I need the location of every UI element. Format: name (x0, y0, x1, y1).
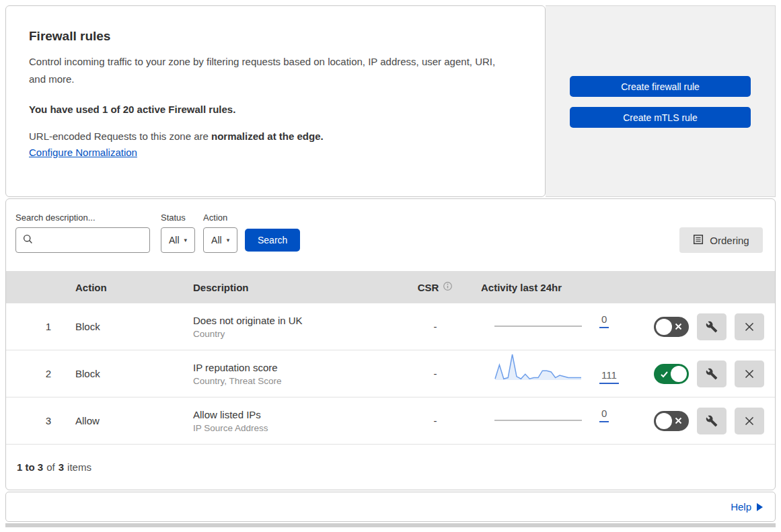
header-description: Description (188, 282, 395, 293)
arrow-right-icon (757, 503, 763, 511)
edit-rule-button[interactable] (697, 360, 727, 387)
edit-rule-button[interactable] (697, 313, 727, 340)
pagination-summary: 1 to 3 of 3 items (6, 445, 775, 490)
chevron-down-icon: ▾ (227, 237, 230, 243)
usage-notice: You have used 1 of 20 active Firewall ru… (29, 104, 518, 115)
table-row: 3 Allow Allow listed IPs IP Source Addre… (6, 397, 775, 445)
delete-rule-button[interactable] (735, 313, 764, 340)
help-link[interactable]: Help (731, 501, 751, 512)
list-page-icon (693, 234, 704, 247)
items-total: 3 (59, 461, 64, 473)
status-select[interactable]: All ▾ (161, 227, 195, 253)
items-range: 1 to 3 (17, 461, 43, 473)
info-icon[interactable] (443, 281, 453, 293)
rules-list-card: Search description... Status All ▾ Actio… (5, 198, 776, 490)
chevron-down-icon: ▾ (184, 237, 188, 243)
filter-bar: Search description... Status All ▾ Actio… (6, 199, 775, 271)
rule-description-cell: Allow listed IPs IP Source Address (188, 409, 395, 433)
rule-action: Block (70, 368, 188, 379)
search-label: Search description... (15, 213, 150, 223)
rule-controls (620, 313, 775, 340)
status-select-value: All (169, 235, 180, 245)
check-icon (660, 370, 669, 379)
x-icon (675, 417, 682, 424)
rule-enabled-toggle[interactable] (654, 411, 689, 431)
toggle-knob (656, 413, 672, 429)
rule-description: IP reputation score (193, 362, 395, 373)
wrench-icon (706, 415, 718, 427)
actions-panel: Create firewall rule Create mTLS rule (546, 5, 776, 197)
activity-count-link[interactable]: 0 (599, 408, 609, 422)
normalization-text: URL-encoded Requests to this zone are (29, 130, 211, 142)
create-firewall-rule-button[interactable]: Create firewall rule (570, 76, 751, 97)
create-mtls-rule-button[interactable]: Create mTLS rule (570, 107, 751, 128)
magnifier-icon (23, 234, 33, 247)
delete-rule-button[interactable] (735, 360, 764, 387)
rule-controls (620, 360, 775, 387)
rule-csr-value: - (395, 415, 476, 426)
items-text: items (67, 461, 91, 473)
rule-description-cell: Does not originate in UK Country (188, 315, 395, 339)
ordering-button-label: Ordering (710, 235, 749, 246)
action-filter-group: Action All ▾ (203, 213, 237, 253)
rule-fields: Country, Threat Score (193, 376, 395, 386)
action-label: Action (203, 213, 237, 223)
rule-controls (620, 408, 775, 434)
rule-priority: 3 (6, 415, 70, 426)
of-text: of (46, 461, 55, 473)
rule-fields: IP Source Address (193, 423, 395, 433)
table-row: 2 Block IP reputation score Country, Thr… (6, 350, 775, 397)
activity-flat-line (494, 326, 582, 327)
status-filter-group: Status All ▾ (161, 213, 195, 253)
rule-priority: 1 (6, 321, 70, 332)
header-csr-label: CSR (418, 282, 439, 293)
normalization-notice: URL-encoded Requests to this zone are no… (29, 130, 518, 142)
activity-cell: 0 (476, 408, 620, 434)
window-bottom-edge (5, 523, 776, 527)
x-icon (675, 323, 682, 330)
activity-flat-line (494, 420, 582, 421)
close-icon (744, 369, 755, 379)
activity-cell: 111 (476, 352, 620, 395)
search-group: Search description... (15, 213, 150, 253)
activity-count-link[interactable]: 111 (599, 369, 619, 384)
activity-sparkline (494, 420, 582, 422)
table-row: 1 Block Does not originate in UK Country… (6, 303, 775, 350)
help-bar: Help (5, 492, 776, 522)
search-field[interactable] (15, 227, 150, 253)
table-header-row: Action Description CSR Activity last 24h… (6, 271, 775, 303)
rule-action: Block (70, 321, 188, 332)
rule-priority: 2 (6, 368, 70, 379)
configure-normalization-link[interactable]: Configure Normalization (29, 147, 137, 158)
wrench-icon (706, 321, 718, 333)
rule-enabled-toggle[interactable] (654, 364, 689, 384)
top-section: Firewall rules Control incoming traffic … (5, 5, 776, 197)
activity-sparkline (494, 352, 582, 384)
normalization-bold-text: normalized at the edge. (211, 130, 324, 142)
ordering-button[interactable]: Ordering (679, 227, 763, 253)
rule-description: Does not originate in UK (193, 315, 395, 326)
activity-count-link[interactable]: 0 (599, 313, 609, 328)
close-icon (744, 321, 755, 332)
search-button[interactable]: Search (245, 229, 300, 252)
rule-enabled-toggle[interactable] (654, 317, 689, 337)
delete-rule-button[interactable] (735, 408, 764, 434)
status-label: Status (161, 213, 195, 223)
search-input[interactable] (37, 235, 143, 245)
intro-card: Firewall rules Control incoming traffic … (5, 5, 546, 197)
action-select-value: All (211, 235, 222, 245)
rule-fields: Country (193, 329, 395, 339)
edit-rule-button[interactable] (697, 408, 727, 434)
header-activity: Activity last 24hr (476, 282, 620, 293)
rule-description-cell: IP reputation score Country, Threat Scor… (188, 362, 395, 386)
page-description: Control incoming traffic to your zone by… (29, 53, 508, 88)
toggle-knob (671, 366, 687, 382)
activity-sparkline (494, 326, 582, 328)
close-icon (744, 416, 755, 426)
wrench-icon (706, 368, 718, 380)
header-csr: CSR (395, 281, 476, 293)
rule-description: Allow listed IPs (193, 409, 395, 420)
action-select[interactable]: All ▾ (203, 227, 237, 253)
activity-cell: 0 (476, 313, 620, 340)
page-title: Firewall rules (29, 29, 518, 44)
